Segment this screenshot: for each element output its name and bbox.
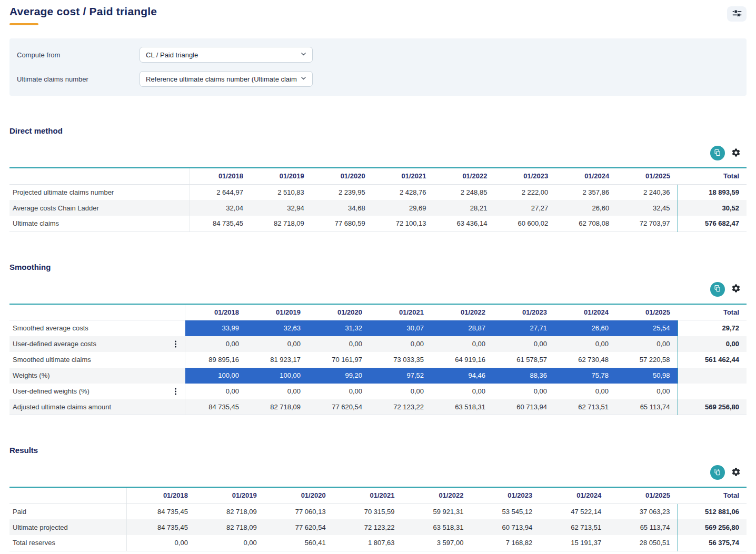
value-cell: 63 518,31 bbox=[402, 519, 471, 535]
copy-table-button[interactable] bbox=[710, 282, 725, 297]
table-row: Smoothed ultimate claims89 895,1681 923,… bbox=[9, 352, 747, 368]
header-row: 01/201801/201901/202001/202101/202201/20… bbox=[9, 168, 747, 184]
value-cell: 70 161,97 bbox=[308, 352, 370, 368]
kebab-menu-icon[interactable] bbox=[174, 387, 177, 396]
row-label: Projected ultimate claims number bbox=[9, 184, 190, 200]
filter-row-ultimate-claims-number: Ultimate claims number Reference ultimat… bbox=[17, 71, 739, 87]
copy-table-button[interactable] bbox=[710, 465, 725, 480]
sliders-icon bbox=[732, 9, 742, 19]
row-label-text: Total reserves bbox=[13, 539, 55, 547]
value-cell: 2 428,76 bbox=[373, 184, 434, 200]
table-row: Projected ultimate claims number2 644,97… bbox=[9, 184, 747, 200]
value-cell: 32,45 bbox=[616, 200, 678, 216]
period-column-header: 01/2021 bbox=[373, 168, 434, 184]
table-row: Adjusted ultimate claims amount84 735,45… bbox=[9, 399, 747, 415]
filter-row-compute-from: Compute from CL / Paid triangle bbox=[17, 47, 739, 63]
value-cell: 77 620,54 bbox=[264, 519, 333, 535]
period-column-header: 01/2024 bbox=[540, 487, 609, 503]
section-direct-method: Direct method 01/201801/201901/202001/20… bbox=[9, 126, 747, 232]
value-cell: 0,00 bbox=[554, 384, 616, 399]
page-title: Average cost / Paid triangle bbox=[9, 5, 157, 18]
table-row: Ultimate claims84 735,4582 718,0977 680,… bbox=[9, 216, 747, 231]
value-cell: 32,04 bbox=[190, 200, 251, 216]
total-cell: 0,00 bbox=[678, 336, 747, 352]
copy-table-button[interactable] bbox=[710, 146, 725, 160]
value-cell: 32,94 bbox=[251, 200, 312, 216]
section-results: Results 01/201801/201901/202001/202101/2… bbox=[9, 446, 747, 551]
period-column-header: 01/2020 bbox=[308, 304, 370, 320]
ultimate-claims-number-value: Reference ultimate claims number (Ultima… bbox=[146, 75, 297, 83]
table-settings-button[interactable] bbox=[731, 148, 741, 158]
value-cell: 62 730,48 bbox=[554, 352, 616, 368]
period-column-header: 01/2019 bbox=[195, 487, 264, 503]
value-cell: 3 597,00 bbox=[402, 535, 471, 551]
table-settings-button[interactable] bbox=[731, 284, 741, 295]
value-cell: 0,00 bbox=[554, 336, 616, 352]
period-column-header: 01/2022 bbox=[431, 304, 493, 320]
period-column-header: 01/2018 bbox=[185, 304, 246, 320]
value-cell: 26,60 bbox=[555, 200, 616, 216]
period-column-header: 01/2019 bbox=[246, 304, 308, 320]
table-row: User-defined weights (%)0,000,000,000,00… bbox=[9, 384, 747, 399]
value-cell: 60 713,94 bbox=[471, 519, 540, 535]
value-cell: 32,63 bbox=[246, 320, 308, 336]
compute-from-select[interactable]: CL / Paid triangle bbox=[140, 47, 313, 63]
value-cell: 0,00 bbox=[493, 336, 554, 352]
value-cell: 0,00 bbox=[431, 336, 493, 352]
value-cell: 72 123,22 bbox=[370, 399, 431, 415]
table-settings-button[interactable] bbox=[731, 467, 741, 478]
value-cell: 26,60 bbox=[554, 320, 616, 336]
period-column-header: 01/2019 bbox=[251, 168, 312, 184]
row-label-text: Projected ultimate claims number bbox=[13, 188, 114, 196]
copy-icon bbox=[714, 468, 721, 477]
value-cell: 62 713,51 bbox=[554, 399, 616, 415]
period-column-header: 01/2024 bbox=[555, 168, 616, 184]
gear-icon bbox=[731, 148, 741, 159]
value-cell: 33,99 bbox=[185, 320, 246, 336]
value-cell: 2 248,85 bbox=[434, 184, 495, 200]
page: Average cost / Paid triangle Compute fro… bbox=[0, 0, 756, 554]
page-header: Average cost / Paid triangle bbox=[9, 5, 747, 25]
table-row: User-defined average costs0,000,000,000,… bbox=[9, 336, 747, 352]
row-label: User-defined average costs bbox=[9, 336, 185, 352]
value-cell: 0,00 bbox=[370, 384, 431, 399]
chevron-down-icon bbox=[297, 50, 307, 59]
value-cell: 2 357,86 bbox=[555, 184, 616, 200]
kebab-menu-icon[interactable] bbox=[174, 339, 177, 348]
value-cell: 72 123,22 bbox=[333, 519, 402, 535]
total-cell bbox=[678, 368, 747, 384]
compute-from-label: Compute from bbox=[17, 51, 140, 59]
period-column-header: 01/2025 bbox=[609, 487, 678, 503]
table-row: Average costs Chain Ladder32,0432,9434,6… bbox=[9, 200, 747, 216]
ultimate-claims-number-select[interactable]: Reference ultimate claims number (Ultima… bbox=[140, 71, 313, 87]
value-cell: 75,78 bbox=[554, 368, 616, 384]
total-column-header: Total bbox=[678, 487, 747, 503]
value-cell: 50,98 bbox=[616, 368, 678, 384]
page-settings-button[interactable] bbox=[727, 6, 747, 22]
value-cell: 2 644,97 bbox=[190, 184, 251, 200]
value-cell: 0,00 bbox=[185, 384, 246, 399]
section-title: Results bbox=[9, 446, 747, 455]
value-cell: 0,00 bbox=[616, 384, 678, 399]
value-cell: 77 060,13 bbox=[264, 503, 333, 519]
period-column-header: 01/2021 bbox=[370, 304, 431, 320]
value-cell: 2 239,95 bbox=[312, 184, 373, 200]
value-cell: 84 735,45 bbox=[126, 519, 195, 535]
table-toolbar bbox=[9, 282, 747, 297]
blank-header-cell bbox=[9, 487, 126, 503]
row-label: Ultimate claims bbox=[9, 216, 190, 231]
value-cell: 0,00 bbox=[616, 336, 678, 352]
section-smoothing: Smoothing 01/201801/201901/202001/202101… bbox=[9, 263, 747, 416]
gear-icon bbox=[731, 284, 741, 295]
value-cell: 25,54 bbox=[616, 320, 678, 336]
period-column-header: 01/2025 bbox=[616, 168, 678, 184]
value-cell: 27,71 bbox=[493, 320, 554, 336]
table-row: Ultimate projected84 735,4582 718,0977 6… bbox=[9, 519, 747, 535]
value-cell: 0,00 bbox=[185, 336, 246, 352]
value-cell: 100,00 bbox=[185, 368, 246, 384]
blank-header-cell bbox=[9, 304, 185, 320]
row-label-text: Paid bbox=[13, 508, 26, 516]
value-cell: 77 620,54 bbox=[308, 399, 370, 415]
value-cell: 89 895,16 bbox=[185, 352, 246, 368]
table-toolbar bbox=[9, 465, 747, 480]
